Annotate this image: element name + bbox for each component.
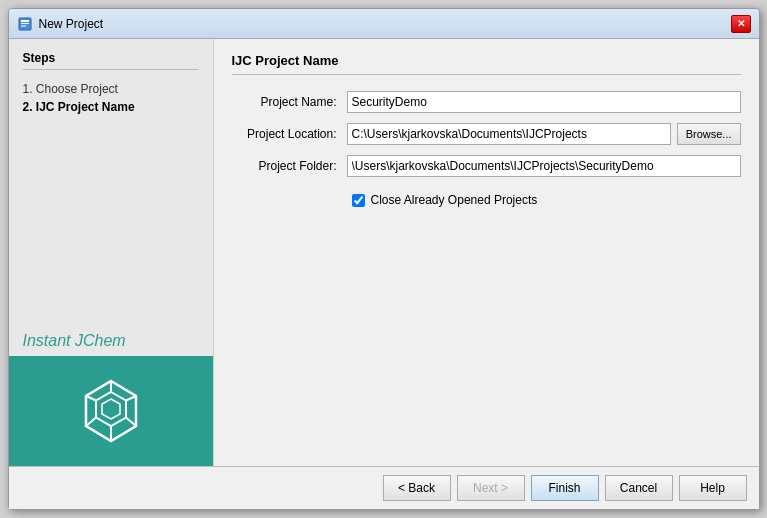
- svg-line-11: [86, 418, 96, 427]
- project-folder-label: Project Folder:: [232, 159, 347, 173]
- cancel-button[interactable]: Cancel: [605, 475, 673, 501]
- close-button[interactable]: ✕: [731, 15, 751, 33]
- title-bar-left: New Project: [17, 16, 104, 32]
- sidebar-logo: [9, 356, 213, 466]
- steps-heading: Steps: [23, 51, 199, 70]
- step-1: 1. Choose Project: [23, 80, 199, 98]
- dialog-title: New Project: [39, 17, 104, 31]
- step-1-label: Choose Project: [36, 82, 118, 96]
- svg-rect-1: [21, 20, 29, 22]
- svg-rect-3: [21, 25, 26, 26]
- svg-line-9: [126, 418, 136, 427]
- project-folder-input[interactable]: [347, 155, 741, 177]
- close-projects-label: Close Already Opened Projects: [371, 193, 538, 207]
- svg-marker-6: [102, 399, 120, 419]
- project-folder-row: Project Folder:: [232, 155, 741, 177]
- help-button[interactable]: Help: [679, 475, 747, 501]
- svg-rect-2: [21, 23, 29, 24]
- sidebar: Steps 1. Choose Project 2. IJC Project N…: [9, 39, 214, 466]
- sidebar-brand: Instant JChem: [9, 322, 213, 356]
- project-location-input[interactable]: [347, 123, 671, 145]
- project-name-row: Project Name:: [232, 91, 741, 113]
- close-projects-checkbox[interactable]: [352, 194, 365, 207]
- brand-name: Instant JChem: [23, 332, 126, 349]
- step-2-number: 2.: [23, 100, 36, 114]
- steps-section: Steps 1. Choose Project 2. IJC Project N…: [9, 39, 213, 322]
- dialog-body: Steps 1. Choose Project 2. IJC Project N…: [9, 39, 759, 466]
- dialog-icon: [17, 16, 33, 32]
- dialog-footer: < Back Next > Finish Cancel Help: [9, 466, 759, 509]
- svg-line-8: [126, 396, 136, 401]
- section-title: IJC Project Name: [232, 53, 741, 75]
- step-1-number: 1.: [23, 82, 36, 96]
- back-button[interactable]: < Back: [383, 475, 451, 501]
- project-name-input[interactable]: [347, 91, 741, 113]
- new-project-dialog: New Project ✕ Steps 1. Choose Project 2.…: [8, 8, 760, 510]
- step-2-label: IJC Project Name: [36, 100, 135, 114]
- project-location-label: Project Location:: [232, 127, 347, 141]
- main-content: IJC Project Name Project Name: Project L…: [214, 39, 759, 466]
- project-name-label: Project Name:: [232, 95, 347, 109]
- next-button[interactable]: Next >: [457, 475, 525, 501]
- browse-button[interactable]: Browse...: [677, 123, 741, 145]
- project-location-row: Project Location: Browse...: [232, 123, 741, 145]
- hexagon-logo-icon: [76, 376, 146, 446]
- checkbox-row: Close Already Opened Projects: [232, 193, 741, 207]
- svg-line-12: [86, 396, 96, 401]
- title-bar: New Project ✕: [9, 9, 759, 39]
- finish-button[interactable]: Finish: [531, 475, 599, 501]
- svg-marker-5: [96, 392, 126, 426]
- step-2: 2. IJC Project Name: [23, 98, 199, 116]
